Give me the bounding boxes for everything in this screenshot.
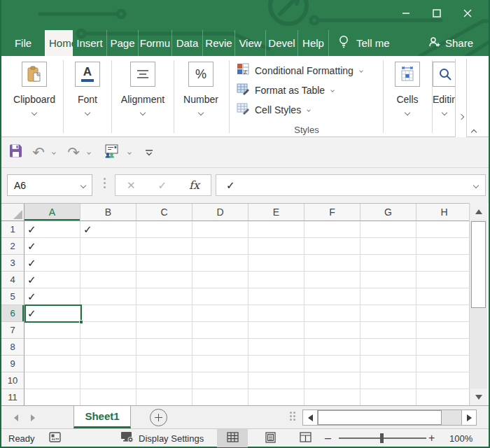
cell-G10[interactable] xyxy=(360,372,416,389)
cell-G5[interactable] xyxy=(360,288,416,305)
page-break-preview-button[interactable] xyxy=(290,429,321,447)
tell-me-button[interactable]: Tell me xyxy=(328,30,390,56)
tab-developer[interactable]: Devel xyxy=(265,30,298,56)
zoom-out-button[interactable]: – xyxy=(325,429,331,447)
save-button[interactable] xyxy=(1,144,29,160)
cell-C7[interactable] xyxy=(136,322,192,339)
tab-help[interactable]: Help xyxy=(298,30,328,56)
cell-E1[interactable] xyxy=(248,221,304,238)
cell-C5[interactable] xyxy=(136,288,192,305)
cell-H6[interactable] xyxy=(416,305,469,322)
tab-formulas[interactable]: Formu xyxy=(138,30,172,56)
cell-B5[interactable] xyxy=(80,288,136,305)
minimize-button[interactable] xyxy=(391,4,421,22)
enter-button[interactable]: ✓ xyxy=(158,179,167,192)
cell-F1[interactable] xyxy=(304,221,360,238)
column-header-A[interactable]: A xyxy=(24,204,80,221)
tab-bar-resize-handle[interactable] xyxy=(290,412,295,421)
conditional-formatting-button[interactable]: ≠ Conditional Formatting xyxy=(237,63,363,78)
expand-formula-bar-chevron[interactable] xyxy=(473,182,479,188)
row-header-8[interactable]: 8 xyxy=(1,339,24,356)
cell-F8[interactable] xyxy=(304,339,360,356)
tab-data[interactable]: Data xyxy=(172,30,202,56)
share-button[interactable]: Share xyxy=(428,30,473,56)
cell-A8[interactable] xyxy=(24,339,80,356)
cell-C11[interactable] xyxy=(136,389,192,405)
column-header-G[interactable]: G xyxy=(360,204,416,221)
tab-page-layout[interactable]: Page xyxy=(106,30,138,56)
cell-A11[interactable] xyxy=(24,389,80,405)
formula-bar-resize-handle[interactable] xyxy=(104,178,106,188)
row-header-3[interactable]: 3 xyxy=(1,255,24,272)
cell-G11[interactable] xyxy=(360,389,416,405)
cell-A9[interactable] xyxy=(24,356,80,372)
touch-mouse-mode-button[interactable] xyxy=(99,144,123,161)
cell-C8[interactable] xyxy=(136,339,192,356)
sheet-tab-sheet1[interactable]: Sheet1 xyxy=(74,406,131,428)
ribbon-scroll-right-button[interactable] xyxy=(455,59,467,137)
cell-E9[interactable] xyxy=(248,356,304,372)
cell-G2[interactable] xyxy=(360,238,416,255)
cell-E10[interactable] xyxy=(248,372,304,389)
cell-B1[interactable]: ✓ xyxy=(80,221,136,238)
cell-G9[interactable] xyxy=(360,356,416,372)
editing-group-button[interactable]: Editing xyxy=(433,62,456,118)
tab-file[interactable]: File xyxy=(1,30,45,56)
cell-B7[interactable] xyxy=(80,322,136,339)
tab-insert[interactable]: Insert xyxy=(73,30,106,56)
scroll-right-button[interactable] xyxy=(461,410,476,425)
cell-D8[interactable] xyxy=(192,339,248,356)
cell-F7[interactable] xyxy=(304,322,360,339)
column-header-F[interactable]: F xyxy=(304,204,360,221)
row-header-5[interactable]: 5 xyxy=(1,288,24,305)
cell-D2[interactable] xyxy=(192,238,248,255)
cell-C10[interactable] xyxy=(136,372,192,389)
undo-dropdown[interactable] xyxy=(48,151,60,154)
column-header-B[interactable]: B xyxy=(80,204,136,221)
cell-H4[interactable] xyxy=(416,272,469,288)
row-header-9[interactable]: 9 xyxy=(1,356,24,372)
cell-B3[interactable] xyxy=(80,255,136,272)
tab-view[interactable]: View xyxy=(234,30,265,56)
cell-H1[interactable] xyxy=(416,221,469,238)
cell-G1[interactable] xyxy=(360,221,416,238)
cell-D7[interactable] xyxy=(192,322,248,339)
cell-A7[interactable] xyxy=(24,322,80,339)
cell-A5[interactable]: ✓ xyxy=(24,288,80,305)
column-header-D[interactable]: D xyxy=(192,204,248,221)
zoom-slider-handle[interactable] xyxy=(380,433,384,443)
cell-B10[interactable] xyxy=(80,372,136,389)
cancel-button[interactable]: ✕ xyxy=(127,179,136,192)
cell-G6[interactable] xyxy=(360,305,416,322)
customize-qat-button[interactable] xyxy=(140,146,158,159)
zoom-in-button[interactable]: + xyxy=(428,429,435,447)
cell-H5[interactable] xyxy=(416,288,469,305)
cell-F2[interactable] xyxy=(304,238,360,255)
normal-view-button[interactable] xyxy=(217,429,248,447)
cell-C2[interactable] xyxy=(136,238,192,255)
tab-review[interactable]: Revie xyxy=(202,30,234,56)
cell-B4[interactable] xyxy=(80,272,136,288)
cell-E3[interactable] xyxy=(248,255,304,272)
display-settings-button[interactable]: Display Settings xyxy=(120,429,204,447)
insert-function-button[interactable]: fx xyxy=(189,178,200,192)
vertical-scrollbar-thumb[interactable] xyxy=(471,221,486,308)
cell-E8[interactable] xyxy=(248,339,304,356)
cell-E6[interactable] xyxy=(248,305,304,322)
redo-dropdown[interactable] xyxy=(83,151,95,154)
redo-button[interactable]: ↷ xyxy=(64,145,83,160)
touch-mouse-mode-dropdown[interactable] xyxy=(123,151,136,154)
cell-C1[interactable] xyxy=(136,221,192,238)
cells-group-button[interactable]: Cells xyxy=(384,62,431,118)
zoom-level[interactable]: 100% xyxy=(449,429,472,447)
cell-A4[interactable]: ✓ xyxy=(24,272,80,288)
cell-D10[interactable] xyxy=(192,372,248,389)
cell-C6[interactable] xyxy=(136,305,192,322)
vertical-scrollbar[interactable] xyxy=(469,203,487,405)
cell-styles-button[interactable]: Cell Styles xyxy=(237,102,310,117)
cell-E11[interactable] xyxy=(248,389,304,405)
cell-H7[interactable] xyxy=(416,322,469,339)
cell-F9[interactable] xyxy=(304,356,360,372)
collapse-ribbon-button[interactable] xyxy=(472,125,476,137)
row-header-2[interactable]: 2 xyxy=(1,238,24,255)
